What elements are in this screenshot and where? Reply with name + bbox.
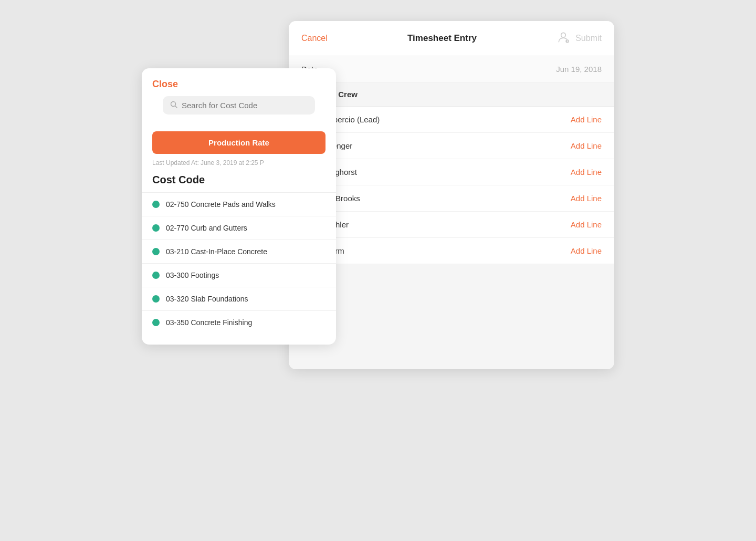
cost-code-label: 02-770 Curb and Gutters [166,224,247,232]
crew-member-row: Kevin SturmAdd Line [289,238,614,264]
add-line-button[interactable]: Add Line [571,115,602,124]
submit-button[interactable]: Submit [575,34,602,43]
crew-member-row: Becky WengerAdd Line [289,133,614,159]
cost-code-item[interactable]: 03-320 Slab Foundations [142,287,336,310]
left-panel-header: Close [142,79,336,123]
status-dot [152,272,160,279]
svg-line-1 [175,106,177,108]
cost-code-item[interactable]: 02-770 Curb and Gutters [142,216,336,240]
cost-code-item[interactable]: 03-350 Concrete Finishing [142,310,336,334]
add-line-button[interactable]: Add Line [571,194,602,203]
search-input[interactable] [182,101,308,110]
date-value: Jun 19, 2018 [556,65,602,74]
cost-code-label: 03-300 Footings [166,271,219,279]
svg-point-2 [561,33,566,37]
cost-code-list: 02-750 Concrete Pads and Walks02-770 Cur… [142,192,336,334]
date-row: Date Jun 19, 2018 [289,56,614,82]
crew-member-row: Chris BachlerAdd Line [289,212,614,238]
user-settings-icon[interactable] [556,30,570,46]
last-updated-text: Last Updated At: June 3, 2019 at 2:25 P [142,154,336,172]
panel-header: Cancel Timesheet Entry Submit [289,21,614,56]
crew-member-row: Brian LanghorstAdd Line [289,159,614,185]
bottom-area [289,264,614,369]
cost-code-label: 03-350 Concrete Finishing [166,318,252,327]
status-dot [152,295,160,303]
add-line-button[interactable]: Add Line [571,220,602,229]
status-dot [152,248,160,255]
cost-code-label: 03-320 Slab Foundations [166,295,248,303]
status-dot [152,201,160,208]
cost-code-item[interactable]: 02-750 Concrete Pads and Walks [142,192,336,216]
status-dot [152,224,160,232]
close-button[interactable]: Close [152,79,178,90]
status-dot [152,319,160,326]
cancel-button[interactable]: Cancel [301,34,328,43]
crew-member-row: Flavio Lupercio (Lead)Add Line [289,107,614,133]
add-line-button[interactable]: Add Line [571,141,602,150]
panel-title: Timesheet Entry [407,33,477,44]
search-icon [170,101,177,110]
timesheet-panel: Cancel Timesheet Entry Submit Date Jun 1… [289,21,614,369]
search-bar [163,96,315,115]
cost-code-label: 02-750 Concrete Pads and Walks [166,200,276,209]
production-rate-button[interactable]: Production Rate [152,131,326,154]
add-line-button[interactable]: Add Line [571,168,602,176]
cost-code-item[interactable]: 03-210 Cast-In-Place Concrete [142,240,336,263]
cost-code-item[interactable]: 03-300 Footings [142,263,336,287]
cost-code-panel: Close Production Rate Last Updated At: J… [142,68,336,345]
submit-area: Submit [556,30,602,46]
cost-code-label: 03-210 Cast-In-Place Concrete [166,247,267,256]
crew-member-row: Chandler BrooksAdd Line [289,185,614,212]
cost-code-title: Cost Code [142,172,336,192]
add-line-button[interactable]: Add Line [571,246,602,255]
crew-section: Berkley's Crew [289,82,614,107]
crew-rows-container: Flavio Lupercio (Lead)Add LineBecky Weng… [289,107,614,264]
